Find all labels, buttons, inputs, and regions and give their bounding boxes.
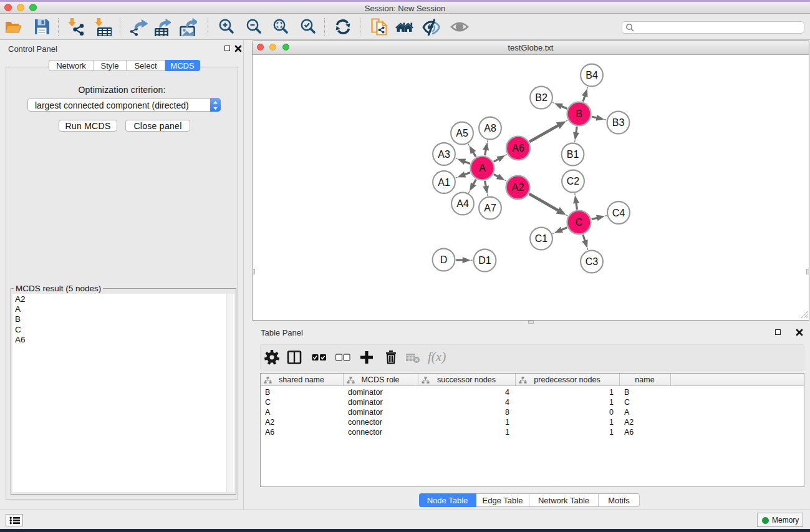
svg-text:B: B bbox=[576, 109, 582, 119]
svg-text:A3: A3 bbox=[438, 149, 450, 160]
svg-text:C1: C1 bbox=[535, 233, 548, 244]
svg-text:A5: A5 bbox=[456, 128, 468, 138]
svg-text:B2: B2 bbox=[535, 92, 547, 103]
svg-text:B1: B1 bbox=[567, 149, 579, 160]
svg-text:D1: D1 bbox=[478, 255, 491, 266]
svg-text:C2: C2 bbox=[567, 176, 580, 186]
svg-text:D: D bbox=[440, 254, 448, 265]
svg-text:C3: C3 bbox=[586, 256, 599, 267]
svg-text:A6: A6 bbox=[512, 143, 524, 153]
svg-text:A: A bbox=[479, 163, 486, 173]
svg-text:B3: B3 bbox=[612, 117, 625, 128]
svg-text:A7: A7 bbox=[484, 203, 496, 213]
svg-text:B4: B4 bbox=[586, 70, 598, 80]
svg-text:C4: C4 bbox=[612, 208, 625, 218]
svg-text:C: C bbox=[576, 217, 583, 228]
svg-text:A1: A1 bbox=[438, 177, 450, 188]
svg-text:A4: A4 bbox=[456, 198, 469, 209]
svg-text:A8: A8 bbox=[484, 123, 496, 133]
svg-text:A2: A2 bbox=[512, 182, 524, 193]
